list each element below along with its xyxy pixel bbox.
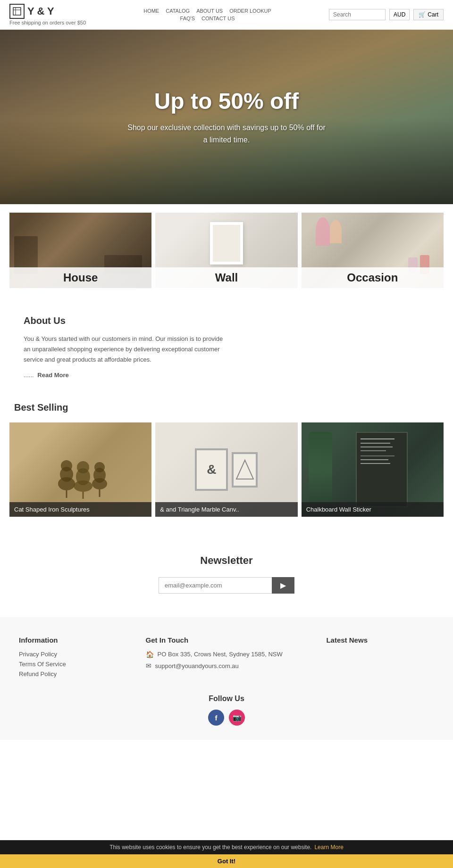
logo-icon xyxy=(9,4,25,19)
chalk-plant-decor xyxy=(309,432,332,507)
best-selling-section: Best Selling xyxy=(0,393,453,531)
house-label: House xyxy=(9,267,151,288)
hero-subtitle: Shop our exclusive collection with savin… xyxy=(127,122,326,146)
footer-columns: Information Privacy Policy Terms Of Serv… xyxy=(19,636,434,680)
email-icon: ✉ xyxy=(146,662,151,670)
footer-contact-heading: Get In Touch xyxy=(146,636,308,644)
newsletter-heading: Newsletter xyxy=(9,554,444,567)
product-cat-title-bar: Cat Shaped Iron Sculptures xyxy=(9,502,151,517)
footer-information: Information Privacy Policy Terms Of Serv… xyxy=(19,636,127,680)
facebook-icon[interactable]: f xyxy=(208,710,224,726)
social-icons: f 📷 xyxy=(19,710,434,726)
svg-rect-0 xyxy=(13,8,21,15)
occ-decor1 xyxy=(316,217,330,246)
search-input[interactable] xyxy=(329,9,386,20)
address-icon: 🏠 xyxy=(146,651,154,658)
newsletter-submit-button[interactable]: ▶ xyxy=(272,577,294,594)
logo-text: Y & Y xyxy=(27,5,54,17)
occ-decor2 xyxy=(330,220,342,243)
svg-marker-13 xyxy=(236,460,253,479)
svg-point-7 xyxy=(77,461,89,473)
free-shipping-text: Free shipping on orders over $50 xyxy=(9,20,86,25)
about-text: You & Yours started with our customers i… xyxy=(24,334,231,365)
newsletter-form: ▶ xyxy=(9,577,444,594)
footer-info-heading: Information xyxy=(19,636,127,644)
logo-area: Y & Y Free shipping on orders over $50 xyxy=(9,4,86,25)
svg-point-3 xyxy=(61,460,72,471)
hero-title: Up to 50% off xyxy=(127,88,326,114)
follow-us: Follow Us f 📷 xyxy=(19,680,434,735)
footer-terms-link[interactable]: Terms Of Service xyxy=(19,661,127,668)
footer-privacy-link[interactable]: Privacy Policy xyxy=(19,651,127,658)
wall-label-text: Wall xyxy=(215,271,238,284)
products-grid: Cat Shaped Iron Sculptures & & and Trian… xyxy=(9,422,444,517)
read-more-link[interactable]: Read More xyxy=(37,372,68,379)
footer-refund-link[interactable]: Refund Policy xyxy=(19,670,127,678)
product-canvas-title: & and Triangle Marble Canv.. xyxy=(160,506,239,513)
follow-us-heading: Follow Us xyxy=(19,694,434,703)
category-grid: House Wall Occasion xyxy=(0,204,453,297)
product-canvas[interactable]: & & and Triangle Marble Canv.. xyxy=(155,422,297,517)
nav-about[interactable]: ABOUT US xyxy=(196,8,223,14)
footer-address: 🏠 PO Box 335, Crows Nest, Sydney 1585, N… xyxy=(146,651,308,658)
header: Y & Y Free shipping on orders over $50 H… xyxy=(0,0,453,30)
best-selling-heading: Best Selling xyxy=(9,402,444,413)
product-chalk-title-bar: Chalkboard Wall Sticker xyxy=(302,502,444,517)
hero-banner: Up to 50% off Shop our exclusive collect… xyxy=(0,30,453,204)
logo[interactable]: Y & Y xyxy=(9,4,86,19)
product-chalk-title: Chalkboard Wall Sticker xyxy=(306,506,371,513)
nav-home[interactable]: HOME xyxy=(143,8,159,14)
nav-order-lookup[interactable]: ORDER LOOKUP xyxy=(229,8,271,14)
canvas-frame-2 xyxy=(232,452,258,488)
address-text: PO Box 335, Crows Nest, Sydney 1585, NSW xyxy=(158,651,283,658)
about-heading: About Us xyxy=(24,315,429,326)
footer-latest-news: Latest News xyxy=(326,636,434,680)
footer-email: ✉ support@youandyours.com.au xyxy=(146,662,308,670)
instagram-icon[interactable]: 📷 xyxy=(229,710,245,726)
main-nav: HOME CATALOG ABOUT US ORDER LOOKUP FAQ'S… xyxy=(143,8,271,21)
product-cat-sculptures[interactable]: Cat Shaped Iron Sculptures xyxy=(9,422,151,517)
email-link[interactable]: support@youandyours.com.au xyxy=(155,662,239,670)
wall-label: Wall xyxy=(155,267,297,288)
svg-point-11 xyxy=(94,462,105,472)
wall-frame xyxy=(210,222,243,265)
nav-faqs[interactable]: FAQ'S xyxy=(180,16,195,21)
hero-content: Up to 50% off Shop our exclusive collect… xyxy=(127,88,326,146)
cart-button[interactable]: 🛒 Cart xyxy=(413,9,444,20)
footer-contact: Get In Touch 🏠 PO Box 335, Crows Nest, S… xyxy=(146,636,308,680)
read-more-line: ...... Read More xyxy=(24,372,429,379)
newsletter-email-input[interactable] xyxy=(159,577,272,594)
occasion-label-text: Occasion xyxy=(347,271,398,284)
footer: Information Privacy Policy Terms Of Serv… xyxy=(0,617,453,740)
nav-catalog[interactable]: CATALOG xyxy=(166,8,190,14)
category-occasion[interactable]: Occasion xyxy=(302,213,444,288)
category-house[interactable]: House xyxy=(9,213,151,288)
header-right: AUD 🛒 Cart xyxy=(329,9,444,20)
about-section: About Us You & Yours started with our cu… xyxy=(0,297,453,393)
aud-button[interactable]: AUD xyxy=(389,9,410,20)
cart-icon: 🛒 xyxy=(419,11,426,18)
footer-news-heading: Latest News xyxy=(326,636,434,644)
product-chalkboard[interactable]: Chalkboard Wall Sticker xyxy=(302,422,444,517)
chalk-board xyxy=(356,432,408,507)
house-label-text: House xyxy=(63,271,98,284)
product-cat-title: Cat Shaped Iron Sculptures xyxy=(14,506,90,513)
canvas-frame-1: & xyxy=(195,448,228,491)
read-more-prefix: ...... xyxy=(24,372,34,379)
newsletter-section: Newsletter ▶ xyxy=(0,531,453,617)
nav-contact[interactable]: CONTACT US xyxy=(201,16,235,21)
product-canvas-title-bar: & and Triangle Marble Canv.. xyxy=(155,502,297,517)
occasion-label: Occasion xyxy=(302,267,444,288)
cat-sculpture-icon xyxy=(48,437,114,503)
cart-label: Cart xyxy=(428,11,438,18)
category-wall[interactable]: Wall xyxy=(155,213,297,288)
